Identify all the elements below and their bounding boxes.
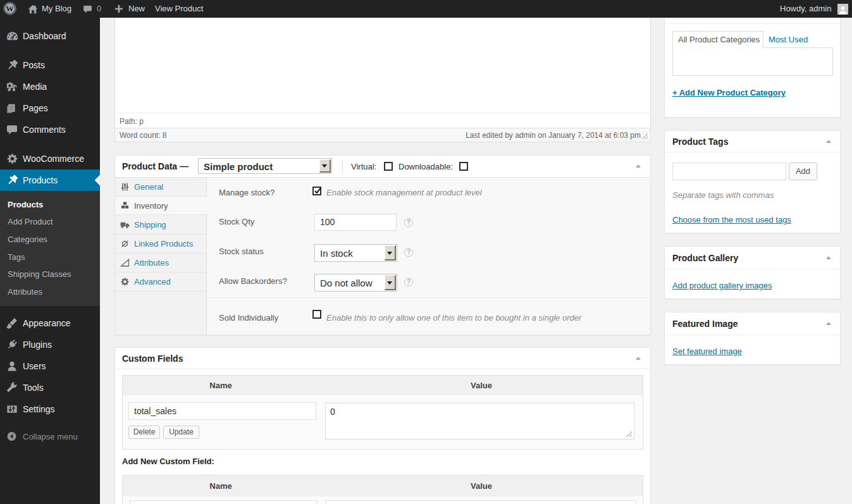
svg-text:W: W [6, 4, 14, 13]
